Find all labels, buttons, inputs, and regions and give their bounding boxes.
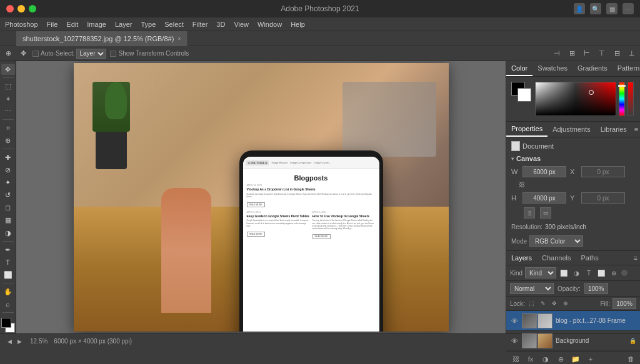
filter-active[interactable] xyxy=(621,270,628,276)
add-adjustment-btn[interactable]: ⊕ xyxy=(555,353,566,364)
align-left-icon[interactable]: ⊣ xyxy=(551,48,562,59)
filter-pixel-icon[interactable]: ⬜ xyxy=(559,268,569,278)
auto-select-checkbox[interactable] xyxy=(32,51,39,57)
eyedropper-tool[interactable]: ⊕ xyxy=(1,135,15,146)
lock-position-btn[interactable]: ✥ xyxy=(550,299,559,308)
fill-input[interactable] xyxy=(612,298,636,309)
color-background-swatch[interactable] xyxy=(518,88,531,102)
canvas-height-input[interactable] xyxy=(522,192,566,204)
align-bottom-icon[interactable]: ⊥ xyxy=(626,48,638,59)
mode-select[interactable]: RGB Color CMYK Color Grayscale xyxy=(529,235,583,247)
search-icon[interactable]: 🔍 xyxy=(590,3,601,14)
menu-help[interactable]: Help xyxy=(291,21,305,28)
menu-type[interactable]: Type xyxy=(141,21,156,28)
menu-image[interactable]: Image xyxy=(87,21,106,28)
opacity-slider[interactable] xyxy=(628,82,634,116)
healing-tool[interactable]: ✚ xyxy=(1,152,15,163)
magic-wand-tool[interactable]: ⋯ xyxy=(1,106,15,117)
filter-type-icon[interactable]: T xyxy=(584,268,594,278)
tab-layers[interactable]: Layers xyxy=(506,251,537,265)
landscape-btn[interactable]: ▭ xyxy=(540,207,551,219)
kind-filter-select[interactable]: Kind xyxy=(525,267,556,278)
hand-tool[interactable]: ✋ xyxy=(1,286,15,297)
menu-filter[interactable]: Filter xyxy=(192,21,208,28)
eraser-tool[interactable]: ◻ xyxy=(1,202,15,214)
close-button[interactable] xyxy=(6,5,14,12)
shape-tool[interactable]: ⬜ xyxy=(1,269,15,280)
tab-libraries[interactable]: Libraries xyxy=(596,122,632,136)
brush-tool[interactable]: ⊘ xyxy=(1,164,15,175)
portrait-btn[interactable]: ▯ xyxy=(524,207,535,219)
canvas-x-input[interactable] xyxy=(581,166,625,177)
dodge-tool[interactable]: ◑ xyxy=(1,227,15,239)
auto-select-dropdown[interactable]: Layer xyxy=(76,49,106,59)
lock-pixels-btn[interactable]: ✎ xyxy=(539,299,548,308)
menu-photoshop[interactable]: Photoshop xyxy=(5,21,38,28)
user-icon[interactable]: 👤 xyxy=(574,3,585,14)
tab-color[interactable]: Color xyxy=(506,61,532,76)
chain-link-icon[interactable]: ⛓ xyxy=(518,180,526,189)
add-layer-btn[interactable]: + xyxy=(585,353,596,364)
align-right-icon[interactable]: ⊢ xyxy=(581,48,592,59)
filter-adjust-icon[interactable]: ◑ xyxy=(571,268,581,278)
delete-layer-btn[interactable]: 🗑 xyxy=(625,353,636,364)
more-icon[interactable]: ⋯ xyxy=(622,3,634,14)
tab-paths[interactable]: Paths xyxy=(576,251,604,265)
layer-fx-btn[interactable]: fx xyxy=(525,353,536,364)
text-tool[interactable]: T xyxy=(1,257,15,268)
minimize-button[interactable] xyxy=(18,5,25,12)
transform-controls-checkbox[interactable] xyxy=(110,51,116,57)
tab-gradients[interactable]: Gradients xyxy=(572,61,612,76)
maximize-button[interactable] xyxy=(29,5,36,12)
align-center-v-icon[interactable]: ⊞ xyxy=(566,48,578,59)
tab-properties[interactable]: Properties xyxy=(506,122,548,137)
menu-edit[interactable]: Edit xyxy=(66,21,78,28)
menu-file[interactable]: File xyxy=(47,21,58,28)
gradient-tool[interactable]: ▦ xyxy=(1,215,15,226)
blend-mode-select[interactable]: Normal Multiply Screen xyxy=(510,283,554,294)
tool-options-icon2[interactable]: ✥ xyxy=(18,48,29,59)
pen-tool[interactable]: ✒ xyxy=(1,244,15,255)
layer-item-frame[interactable]: 👁 blog - pix.t...27-08 Frame xyxy=(506,311,640,331)
nav-next-arrow[interactable]: ▶ xyxy=(15,337,24,346)
menu-3d[interactable]: 3D xyxy=(216,21,225,28)
properties-panel-menu[interactable]: ≡ xyxy=(632,123,640,135)
menu-view[interactable]: View xyxy=(234,21,249,28)
tab-adjustments[interactable]: Adjustments xyxy=(548,122,596,136)
align-top-icon[interactable]: ⊤ xyxy=(596,48,608,59)
menu-layer[interactable]: Layer xyxy=(115,21,132,28)
layer-visibility-bg-icon[interactable]: 👁 xyxy=(510,337,519,345)
history-brush-tool[interactable]: ↺ xyxy=(1,190,15,201)
tool-options-icon[interactable]: ⊕ xyxy=(2,48,14,59)
tab-patterns[interactable]: Patterns xyxy=(612,61,640,76)
move-tool[interactable]: ✥ xyxy=(1,64,15,75)
lock-all-btn[interactable]: ⊕ xyxy=(561,299,570,308)
nav-prev-arrow[interactable]: ◀ xyxy=(5,337,14,346)
layer-item-background[interactable]: 👁 Background 🔒 xyxy=(506,331,640,351)
canvas-width-input[interactable] xyxy=(522,166,566,177)
lock-transparent-btn[interactable]: ⬚ xyxy=(528,299,536,308)
workspace-icon[interactable]: ▦ xyxy=(606,3,618,14)
menu-window[interactable]: Window xyxy=(258,21,282,28)
canvas-y-input[interactable] xyxy=(581,192,625,204)
layers-panel-menu[interactable]: ≡ xyxy=(631,252,640,264)
tab-channels[interactable]: Channels xyxy=(537,251,576,265)
add-mask-btn[interactable]: ◑ xyxy=(540,353,551,364)
menu-select[interactable]: Select xyxy=(164,21,184,28)
align-center-h-icon[interactable]: ⊟ xyxy=(611,48,622,59)
tab-swatches[interactable]: Swatches xyxy=(532,61,572,76)
marquee-tool[interactable]: ⬚ xyxy=(1,81,15,92)
hue-slider[interactable] xyxy=(619,82,625,116)
filter-shape-icon[interactable]: ⬜ xyxy=(596,268,606,278)
clone-tool[interactable]: ✦ xyxy=(1,177,15,188)
layer-visibility-icon[interactable]: 👁 xyxy=(510,317,519,325)
opacity-input[interactable] xyxy=(584,283,608,294)
zoom-tool[interactable]: ⌕ xyxy=(1,298,15,310)
add-group-btn[interactable]: 📁 xyxy=(570,353,581,364)
lasso-tool[interactable]: ⌖ xyxy=(1,93,15,104)
file-tab[interactable]: shutterstock_1027788352.jpg @ 12.5% (RGB… xyxy=(16,31,188,46)
link-layers-btn[interactable]: ⛓ xyxy=(510,353,521,364)
foreground-color-swatch[interactable] xyxy=(1,318,11,328)
crop-tool[interactable]: ⌗ xyxy=(1,122,15,134)
filter-smart-icon[interactable]: ⊕ xyxy=(609,268,619,278)
